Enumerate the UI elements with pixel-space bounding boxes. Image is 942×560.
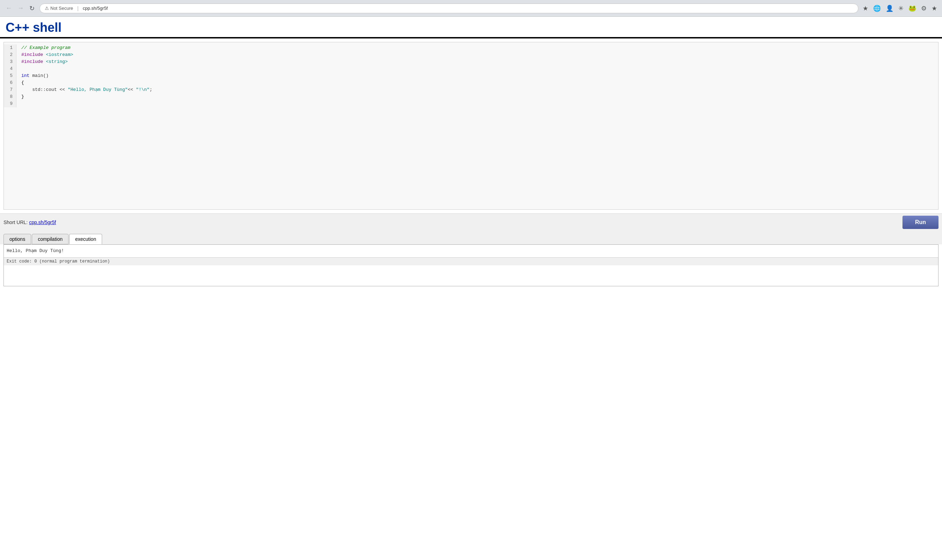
address-bar[interactable]: ⚠ Not Secure | cpp.sh/5gr5f	[40, 3, 859, 13]
back-button[interactable]: ←	[3, 3, 14, 13]
page-wrapper: C++ shell 1 2 3 4 5 6 7 8 9 // Example p…	[0, 17, 942, 560]
code-line-2: #include <iostream>	[22, 51, 933, 58]
browser-actions: ★ 🌐 👤 ✳ 🐸 ⚙ ★	[861, 3, 939, 14]
forward-button[interactable]: →	[15, 3, 26, 13]
line-numbers: 1 2 3 4 5 6 7 8 9	[4, 45, 17, 107]
code-line-1: // Example program	[22, 45, 933, 51]
code-line-7: std::cout << "Hello, Phạm Duy Tùng"<< "!…	[22, 86, 933, 93]
not-secure-label: Not Secure	[50, 6, 73, 11]
code-line-8: }	[22, 93, 933, 100]
tab-execution[interactable]: execution	[69, 234, 102, 245]
code-line-4	[22, 65, 933, 72]
short-url-container: Short URL: cpp.sh/5gr5f	[3, 220, 56, 225]
app-title: C++ shell	[6, 20, 936, 35]
output-container: Hello, Phạm Duy Tùng! Exit code: 0 (norm…	[3, 245, 939, 286]
code-line-5: int main()	[22, 72, 933, 79]
warning-icon: ⚠	[45, 6, 49, 11]
line-num-9: 9	[7, 100, 12, 107]
app-header: C++ shell	[0, 17, 942, 38]
profile-button[interactable]: 👤	[884, 3, 895, 14]
more-button[interactable]: ★	[930, 3, 939, 14]
browser-chrome: ← → ↻ ⚠ Not Secure | cpp.sh/5gr5f ★ 🌐 👤 …	[0, 0, 942, 17]
line-num-5: 5	[7, 72, 12, 79]
line-num-2: 2	[7, 51, 12, 58]
settings-button[interactable]: ⚙	[920, 3, 928, 14]
line-num-3: 3	[7, 58, 12, 65]
line-num-6: 6	[7, 79, 12, 86]
code-line-6: {	[22, 79, 933, 86]
url-separator: |	[77, 6, 78, 11]
line-num-1: 1	[7, 45, 12, 51]
line-num-8: 8	[7, 93, 12, 100]
bottom-bar: Short URL: cpp.sh/5gr5f Run	[0, 213, 942, 231]
short-url-link[interactable]: cpp.sh/5gr5f	[29, 220, 56, 225]
short-url-label: Short URL:	[3, 220, 28, 225]
reload-button[interactable]: ↻	[27, 3, 37, 14]
nav-buttons: ← → ↻	[3, 3, 37, 14]
extension1-button[interactable]: ✳	[897, 3, 905, 14]
url-text: cpp.sh/5gr5f	[83, 6, 108, 11]
line-num-4: 4	[7, 65, 12, 72]
tab-compilation[interactable]: compilation	[32, 234, 69, 245]
run-button[interactable]: Run	[902, 216, 939, 229]
bookmark-star-button[interactable]: ★	[861, 3, 870, 14]
exit-code-bar: Exit code: 0 (normal program termination…	[4, 257, 938, 265]
code-line-9	[22, 100, 933, 107]
code-area: 1 2 3 4 5 6 7 8 9 // Example program #in…	[4, 42, 938, 109]
code-lines: // Example program #include <iostream> #…	[17, 45, 938, 107]
translate-button[interactable]: 🌐	[872, 3, 882, 14]
not-secure-indicator: ⚠ Not Secure	[45, 6, 73, 11]
output-text: Hello, Phạm Duy Tùng!	[4, 245, 938, 257]
code-editor[interactable]: 1 2 3 4 5 6 7 8 9 // Example program #in…	[3, 42, 939, 210]
tabs-container: options compilation execution	[0, 231, 942, 245]
tab-options[interactable]: options	[3, 234, 31, 245]
extension2-button[interactable]: 🐸	[907, 3, 917, 14]
code-line-3: #include <string>	[22, 58, 933, 65]
line-num-7: 7	[7, 86, 12, 93]
